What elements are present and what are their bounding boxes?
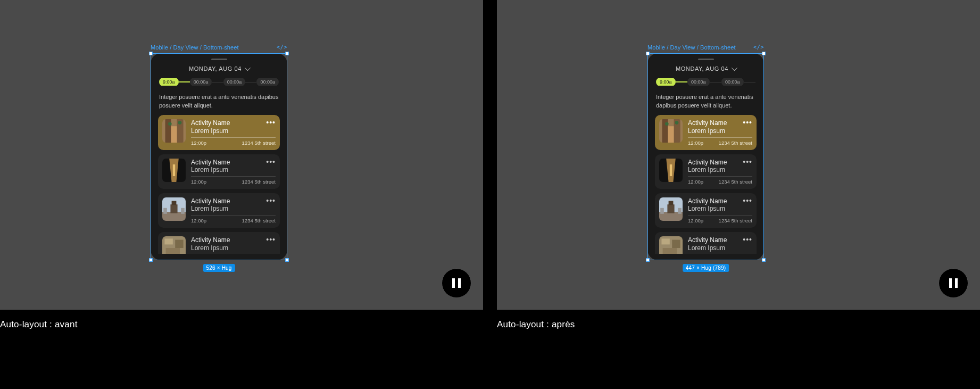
activity-list: Activity Name Lorem Ipsum ••• 12:00p 123… xyxy=(158,115,280,254)
canvas-left[interactable]: Mobile / Day View / Bottom-sheet </> MON… xyxy=(0,0,483,310)
date-label: MONDAY, AUG 04 xyxy=(189,65,242,72)
more-icon[interactable]: ••• xyxy=(743,119,752,125)
more-icon[interactable]: ••• xyxy=(266,197,276,203)
timeline-pill[interactable]: 00:00a xyxy=(223,78,246,86)
caption-left: Auto-layout : avant xyxy=(0,310,483,330)
more-icon[interactable]: ••• xyxy=(266,236,276,242)
svg-rect-3 xyxy=(171,126,177,143)
svg-rect-37 xyxy=(663,248,677,254)
activity-subtitle: Lorem Ipsum xyxy=(688,244,727,252)
activity-card[interactable]: Activity Name Lorem Ipsum ••• 12:00p 123… xyxy=(158,115,280,150)
svg-rect-35 xyxy=(661,239,669,245)
timeline-pill[interactable]: 00:00a xyxy=(721,78,744,86)
svg-rect-17 xyxy=(175,240,183,248)
chevron-down-icon xyxy=(245,65,251,71)
activity-card[interactable]: Activity Name Lorem Ipsum ••• 12:00p 123… xyxy=(655,232,757,254)
activity-card[interactable]: Activity Name Lorem Ipsum ••• 12:00p 123… xyxy=(655,154,757,189)
activity-title: Activity Name xyxy=(688,119,727,127)
svg-point-24 xyxy=(675,121,679,125)
activity-title: Activity Name xyxy=(191,236,230,244)
svg-rect-31 xyxy=(669,201,674,205)
more-icon[interactable]: ••• xyxy=(743,236,752,242)
timeline-pill[interactable]: 00:00a xyxy=(687,78,710,86)
svg-rect-27 xyxy=(670,164,672,176)
svg-rect-32 xyxy=(660,208,664,214)
more-icon[interactable]: ••• xyxy=(266,119,276,125)
activity-thumbnail xyxy=(659,159,683,182)
activity-time: 12:00p xyxy=(688,140,703,146)
activity-thumbnail xyxy=(659,197,683,221)
separator xyxy=(191,176,276,177)
svg-rect-18 xyxy=(166,248,180,254)
svg-rect-11 xyxy=(170,204,177,213)
pause-button[interactable] xyxy=(939,268,968,298)
activity-subtitle: Lorem Ipsum xyxy=(688,127,727,135)
timeline-pill[interactable]: 9:00a xyxy=(656,78,676,86)
activity-card[interactable]: Activity Name Lorem Ipsum ••• 12:00p 123… xyxy=(158,193,280,228)
date-label: MONDAY, AUG 04 xyxy=(676,65,728,72)
svg-rect-33 xyxy=(678,208,682,214)
activity-time: 12:00p xyxy=(688,179,703,185)
activity-thumbnail xyxy=(659,236,683,254)
pause-button[interactable] xyxy=(442,268,471,298)
svg-point-5 xyxy=(178,121,182,125)
date-selector[interactable]: MONDAY, AUG 04 xyxy=(655,65,757,72)
svg-rect-13 xyxy=(163,208,167,214)
svg-rect-12 xyxy=(172,201,177,205)
activity-thumbnail xyxy=(659,119,683,143)
pause-icon xyxy=(452,278,455,288)
more-icon[interactable]: ••• xyxy=(743,159,752,164)
activity-address: 1234 5th street xyxy=(242,140,276,146)
bottom-sheet[interactable]: MONDAY, AUG 04 9:00a00:00a00:00a Integer… xyxy=(647,53,764,260)
activity-subtitle: Lorem Ipsum xyxy=(688,205,727,212)
frame-label[interactable]: Mobile / Day View / Bottom-sheet xyxy=(151,44,239,51)
activity-time: 12:00p xyxy=(191,140,206,146)
activity-subtitle: Lorem Ipsum xyxy=(191,244,230,252)
bottom-sheet[interactable]: MONDAY, AUG 04 9:00a00:00a00:00a00:00a I… xyxy=(151,53,287,260)
activity-thumbnail xyxy=(162,119,186,143)
activity-subtitle: Lorem Ipsum xyxy=(191,205,230,212)
activity-title: Activity Name xyxy=(688,159,727,166)
canvas-right[interactable]: Mobile / Day View / Bottom-sheet </> MON… xyxy=(497,0,980,310)
timeline-connector xyxy=(710,82,721,82)
svg-point-23 xyxy=(665,122,669,126)
more-icon[interactable]: ••• xyxy=(743,197,752,203)
activity-card[interactable]: Activity Name Lorem Ipsum ••• 12:00p 123… xyxy=(655,193,757,228)
drag-handle[interactable] xyxy=(698,59,714,60)
activity-subtitle: Lorem Ipsum xyxy=(191,166,230,173)
svg-rect-30 xyxy=(667,204,674,213)
frame-label[interactable]: Mobile / Day View / Bottom-sheet xyxy=(647,44,736,51)
separator xyxy=(191,137,276,138)
svg-rect-16 xyxy=(164,239,172,245)
dev-mode-icon[interactable]: </> xyxy=(277,44,287,51)
chevron-down-icon xyxy=(732,65,737,71)
timeline-pill[interactable]: 00:00a xyxy=(190,78,212,86)
dev-mode-icon[interactable]: </> xyxy=(753,44,764,51)
activity-address: 1234 5th street xyxy=(242,179,276,185)
separator xyxy=(191,215,276,216)
date-selector[interactable]: MONDAY, AUG 04 xyxy=(158,65,280,72)
activity-card[interactable]: Activity Name Lorem Ipsum ••• 12:00p 123… xyxy=(655,115,757,150)
activity-card[interactable]: Activity Name Lorem Ipsum ••• 12:00p 123… xyxy=(158,154,280,189)
svg-point-4 xyxy=(168,122,172,126)
activity-card[interactable]: Activity Name Lorem Ipsum ••• 12:00p 123… xyxy=(158,232,280,254)
activity-subtitle: Lorem Ipsum xyxy=(688,166,727,173)
timeline-pill[interactable]: 00:00a xyxy=(256,78,279,86)
activity-address: 1234 5th street xyxy=(719,179,752,185)
timeline-pill[interactable]: 9:00a xyxy=(159,78,179,86)
timeline: 9:00a00:00a00:00a00:00a xyxy=(159,78,279,86)
activity-address: 1234 5th street xyxy=(242,218,276,224)
activity-title: Activity Name xyxy=(191,197,230,205)
activity-title: Activity Name xyxy=(191,119,230,127)
more-icon[interactable]: ••• xyxy=(266,159,276,164)
drag-handle[interactable] xyxy=(211,59,227,60)
timeline-connector xyxy=(744,82,755,82)
dimensions-badge: 526 × Hug xyxy=(203,264,235,272)
svg-rect-14 xyxy=(181,208,185,214)
description-text: Integer posuere erat a ante venenatis da… xyxy=(159,93,279,110)
separator xyxy=(688,176,752,177)
activity-thumbnail xyxy=(162,236,186,254)
activity-time: 12:00p xyxy=(191,218,206,224)
activity-title: Activity Name xyxy=(688,197,727,205)
separator xyxy=(688,215,752,216)
